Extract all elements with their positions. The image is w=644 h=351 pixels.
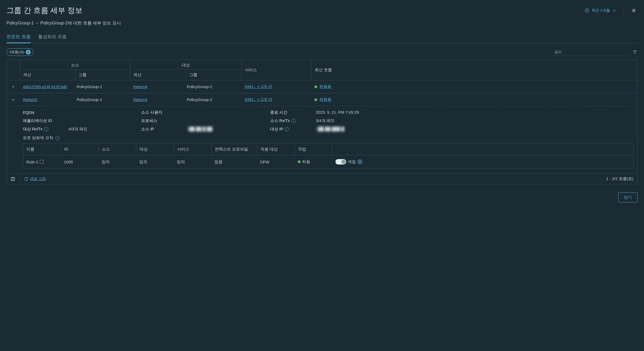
tab-active-flows[interactable]: 활성화된 흐름 — [38, 31, 67, 43]
subtitle: PolicyGroup-1 → PolicyGroup-2에 대한 흐름 세부 … — [6, 20, 638, 26]
rule-applied-to: DFW — [257, 155, 295, 168]
label-src-user: 소스 사용자 — [141, 110, 184, 115]
rule-service: 임의 — [174, 155, 211, 168]
th-destination: 대상 — [133, 60, 239, 70]
label-fqdn: FQDN — [23, 110, 66, 115]
chevron-down-icon — [11, 98, 15, 102]
flows-table: 소스 계산 그룹 대상 계산 그룹 서비스 최신 흐름 45b137b5-e24… — [6, 60, 638, 184]
status-dot-icon — [314, 98, 317, 101]
rule-tag-icon — [40, 160, 44, 164]
dst-compute-link[interactable]: rhelvm4 — [133, 84, 147, 89]
rth-source: 소스 — [98, 144, 136, 155]
dst-group: PolicyGroup-2 — [184, 94, 241, 106]
rule-action: 허용 — [295, 155, 332, 168]
gear-icon[interactable] — [357, 159, 362, 164]
rth-applied-to: 적용 대상 — [257, 144, 295, 155]
time-range-label: 최근 1개월 — [592, 8, 610, 13]
rth-toggle — [332, 144, 633, 155]
rule-row: Rule-1 1005 임의 임의 임의 없음 DFW 허용 켜짐 — [23, 155, 633, 168]
value-process — [187, 118, 267, 123]
refresh-icon — [24, 177, 28, 181]
close-button[interactable] — [630, 7, 638, 14]
rule-id: 1005 — [61, 155, 98, 168]
info-icon[interactable]: i — [285, 127, 289, 131]
label-src-ip: 소스 IP — [141, 127, 184, 132]
th-source-compute: 계산 — [20, 70, 75, 80]
rth-id: ID — [61, 144, 98, 155]
refresh-button[interactable]: 새로 고침 — [24, 177, 46, 181]
dst-compute-link[interactable]: rhelvm4 — [133, 97, 147, 102]
info-icon[interactable]: i — [55, 136, 60, 140]
value-src-ip: 1██.██.█.██ — [187, 127, 267, 132]
info-icon[interactable]: i — [291, 119, 296, 123]
label-end-time: 종료 시간 — [270, 110, 313, 115]
th-source: 소스 — [23, 60, 127, 70]
value-dst-rxtx: 4/3개 패킷 — [69, 127, 138, 132]
chevron-right-icon — [11, 85, 15, 89]
rth-context-profile: 컨텍스트 프로파일 — [211, 144, 257, 155]
status-link[interactable]: 허용됨 — [319, 84, 331, 89]
label-dst-ip: 대상 IP i — [270, 127, 313, 132]
tab-completed-flows[interactable]: 완료된 흐름 — [6, 31, 31, 43]
rth-destination: 대상 — [136, 144, 174, 155]
clock-icon — [585, 8, 589, 13]
rth-service: 서비스 — [174, 144, 211, 155]
src-group: PolicyGroup-1 — [73, 81, 130, 93]
src-compute-link[interactable]: rhelvm2 — [23, 97, 37, 102]
status-dot-icon — [314, 85, 317, 88]
service-link[interactable]: SSH... + 2개 더 — [245, 84, 272, 89]
rule-context-profile: 없음 — [211, 155, 257, 168]
th-source-group: 그룹 — [75, 70, 130, 80]
status-badge: 허용됨 — [314, 97, 331, 102]
expand-row-button[interactable] — [7, 81, 20, 93]
th-dest-group: 그룹 — [186, 70, 241, 80]
divider — [623, 7, 624, 14]
page-title: 그룹 간 흐름 세부 정보 — [6, 5, 83, 16]
chip-label: #흐름(초) — [9, 50, 24, 55]
rule-source: 임의 — [98, 155, 136, 168]
toggle-label: 켜짐 — [348, 159, 356, 164]
filter-input[interactable] — [553, 48, 628, 56]
value-end-time: 2023. 9. 21. PM 7:45:29 — [316, 110, 634, 115]
label-app-id: 애플리케이션 ID — [23, 118, 66, 123]
table-header: 소스 계산 그룹 대상 계산 그룹 서비스 최신 흐름 — [7, 60, 637, 80]
label-dst-rxtx: 대상 Rx/Tx i — [23, 127, 66, 132]
status-link[interactable]: 허용됨 — [319, 97, 331, 102]
value-src-user — [187, 110, 267, 115]
src-compute-link[interactable]: 45b137b5-e24f-412f-bd5 — [23, 84, 67, 89]
chevron-down-icon — [612, 8, 617, 13]
row-detail-panel: FQDN 소스 사용자 종료 시간 2023. 9. 21. PM 7:45:2… — [7, 106, 637, 173]
time-range-selector[interactable]: 최근 1개월 — [585, 8, 617, 13]
label-process: 프로세스 — [141, 118, 184, 123]
dst-group: PolicyGroup-2 — [184, 81, 241, 93]
value-app-id — [69, 118, 138, 123]
rth-action: 작업 — [295, 144, 332, 155]
info-icon[interactable]: i — [44, 127, 48, 131]
flow-count-chip[interactable]: #흐름(초) 2 — [6, 48, 34, 56]
value-fqdn — [69, 110, 138, 115]
th-dest-compute: 계산 — [130, 70, 186, 80]
status-dot-icon — [298, 160, 300, 163]
status-badge: 허용됨 — [314, 84, 331, 89]
rth-name: 이름 — [23, 144, 61, 155]
value-src-rxtx: 3/4개 패킷 — [316, 118, 634, 123]
label-src-rxtx: 소스 Rx/Tx i — [270, 118, 313, 123]
firewall-rule-table: 이름 ID 소스 대상 서비스 컨텍스트 프로파일 적용 대상 작업 Rule-… — [23, 143, 634, 169]
columns-icon[interactable] — [10, 177, 15, 181]
rule-toggle[interactable] — [335, 159, 346, 164]
close-dialog-button[interactable]: 닫기 — [618, 192, 638, 202]
collapse-row-button[interactable] — [7, 94, 20, 106]
close-icon — [631, 8, 637, 13]
src-group: PolicyGroup-1 — [73, 94, 130, 106]
service-link[interactable]: SSH... + 2개 더 — [245, 97, 272, 102]
table-row: 45b137b5-e24f-412f-bd5 PolicyGroup-1 rhe… — [7, 80, 637, 93]
th-latest-flow: 최신 흐름 — [311, 60, 637, 80]
rule-destination: 임의 — [136, 155, 174, 168]
refresh-label: 새로 고침 — [30, 177, 46, 181]
value-dst-ip: 1██.██.███.█ — [316, 127, 634, 132]
filter-icon[interactable] — [632, 49, 638, 55]
pagination-label: 1 - 2/2 흐름(초) — [606, 176, 634, 181]
th-service: 서비스 — [241, 60, 311, 80]
chip-count: 2 — [26, 50, 31, 55]
svg-point-1 — [359, 161, 361, 163]
